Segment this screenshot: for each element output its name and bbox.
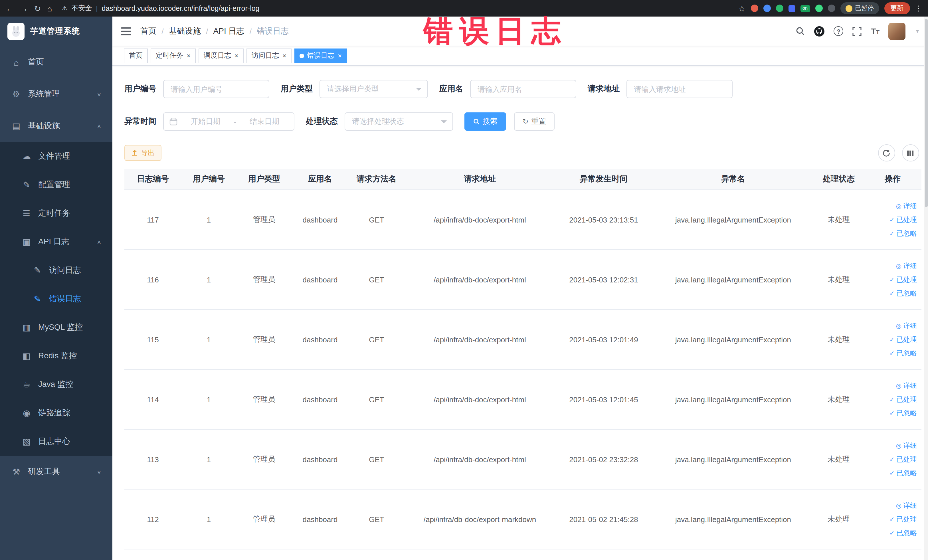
eye-icon: ◎ [896, 442, 902, 449]
sidebar-item-log-center[interactable]: ▧ 日志中心 [0, 427, 112, 456]
check-icon: ✓ [890, 276, 894, 283]
mark-ignored-link[interactable]: ✓ 已忽略 [890, 348, 917, 358]
tab-home[interactable]: 首页 [124, 48, 148, 63]
back-icon[interactable]: ← [6, 4, 14, 12]
user-type-select[interactable]: 请选择用户类型 [319, 80, 428, 98]
sidebar-item-dev-tools[interactable]: ⚒ 研发工具 ∨ [0, 456, 112, 488]
close-icon[interactable]: × [338, 52, 342, 59]
sidebar-item-access-log[interactable]: ✎ 访问日志 [0, 256, 112, 285]
detail-link[interactable]: ◎ 详细 [896, 321, 917, 331]
breadcrumb-item[interactable]: API 日志 [214, 26, 244, 36]
detail-link[interactable]: ◎ 详细 [896, 261, 917, 271]
tab-access-log[interactable]: 访问日志 × [246, 48, 292, 63]
action-label: 详细 [903, 201, 917, 211]
search-button[interactable]: 搜索 [464, 112, 506, 131]
font-size-icon[interactable]: TT [871, 26, 879, 36]
address-bar[interactable]: ⚠ 不安全 | dashboard.yudao.iocoder.cn/infra… [62, 3, 259, 13]
mark-ignored-link[interactable]: ✓ 已忽略 [890, 528, 917, 538]
refresh-button[interactable] [878, 144, 895, 162]
mark-processed-link[interactable]: ✓ 已处理 [890, 335, 917, 344]
app-logo: 芋道管理系统 [0, 17, 112, 46]
mark-ignored-link[interactable]: ✓ 已忽略 [890, 408, 917, 418]
mark-processed-link[interactable]: ✓ 已处理 [890, 215, 917, 224]
filter-exception-time: 异常时间 开始日期 - 结束日期 [124, 112, 295, 131]
request-url-input[interactable] [626, 80, 733, 98]
search-icon[interactable] [795, 26, 805, 36]
extension-icon[interactable] [776, 5, 783, 12]
detail-link[interactable]: ◎ 详细 [896, 441, 917, 450]
github-icon[interactable] [814, 26, 824, 36]
forward-icon[interactable]: → [20, 4, 28, 12]
sidebar-item-label: MySQL 监控 [38, 322, 83, 333]
extension-on-badge[interactable]: on [800, 5, 810, 12]
detail-link[interactable]: ◎ 详细 [896, 381, 917, 391]
detail-link[interactable]: ◎ 详细 [896, 500, 917, 510]
filter-label: 应用名 [439, 84, 463, 94]
column-settings-button[interactable] [902, 144, 919, 162]
page-scrollbar[interactable] [924, 17, 928, 560]
reset-button[interactable]: ↻ 重置 [514, 112, 554, 131]
sidebar-item-system-mgmt[interactable]: ⚙ 系统管理 ∨ [0, 78, 112, 110]
navbar-actions: ? TT ▾ [795, 23, 919, 40]
close-icon[interactable]: × [282, 52, 286, 59]
mark-processed-link[interactable]: ✓ 已处理 [890, 275, 917, 284]
fullscreen-icon[interactable] [852, 26, 862, 36]
tab-schedule-log[interactable]: 调度日志 × [198, 48, 244, 63]
sidebar-item-config-mgmt[interactable]: ✎ 配置管理 [0, 171, 112, 199]
action-label: 已忽略 [896, 408, 917, 418]
extension-icon[interactable] [751, 5, 758, 12]
mark-ignored-link[interactable]: ✓ 已忽略 [890, 229, 917, 238]
app-name-input[interactable] [470, 80, 576, 98]
sidebar-item-error-log[interactable]: ✎ 错误日志 [0, 285, 112, 313]
sidebar-item-infrastructure[interactable]: ▤ 基础设施 ∧ [0, 110, 112, 142]
cell-log-id: 114 [124, 395, 182, 404]
sidebar-item-redis-monitor[interactable]: ◧ Redis 监控 [0, 342, 112, 370]
mark-processed-link[interactable]: ✓ 已处理 [890, 395, 917, 404]
sidebar-item-label: 文件管理 [38, 151, 70, 162]
sidebar-item-mysql-monitor[interactable]: ▥ MySQL 监控 [0, 313, 112, 342]
sidebar-toggle-icon[interactable] [121, 26, 131, 36]
eye-icon: ◎ [896, 262, 902, 270]
scrollbar-thumb[interactable] [925, 19, 927, 207]
export-button[interactable]: 导出 [124, 145, 162, 161]
sidebar-item-label: 链路追踪 [38, 408, 70, 418]
mark-ignored-link[interactable]: ✓ 已忽略 [890, 288, 917, 298]
breadcrumb-item[interactable]: 首页 [140, 26, 156, 36]
date-range-picker[interactable]: 开始日期 - 结束日期 [163, 112, 295, 131]
sidebar-item-scheduled-tasks[interactable]: ☰ 定时任务 [0, 199, 112, 227]
sidebar-item-file-mgmt[interactable]: ☁ 文件管理 [0, 142, 112, 171]
paused-badge[interactable]: 已暂停 [840, 2, 879, 14]
caret-down-icon[interactable]: ▾ [916, 28, 919, 34]
help-icon[interactable]: ? [833, 26, 843, 36]
extension-icon[interactable] [815, 5, 823, 12]
url-text[interactable]: dashboard.yudao.iocoder.cn/infra/log/api… [102, 4, 259, 12]
action-label: 已忽略 [896, 468, 917, 478]
detail-link[interactable]: ◎ 详细 [896, 201, 917, 211]
sidebar-item-dashboard[interactable]: ⌂ 首页 [0, 46, 112, 78]
extension-icon[interactable] [763, 5, 771, 12]
home-icon[interactable]: ⌂ [47, 4, 52, 12]
mark-ignored-link[interactable]: ✓ 已忽略 [890, 468, 917, 478]
sidebar-item-api-logs[interactable]: ▣ API 日志 ∧ [0, 227, 112, 256]
sidebar-item-tracing[interactable]: ◉ 链路追踪 [0, 399, 112, 427]
extension-icon[interactable] [827, 5, 835, 12]
extension-icon[interactable] [788, 5, 795, 12]
tab-scheduled-tasks[interactable]: 定时任务 × [151, 48, 196, 63]
cell-exception-name: java.lang.IllegalArgumentException [653, 335, 814, 344]
sidebar-item-java-monitor[interactable]: ☕ Java 监控 [0, 370, 112, 399]
browser-menu-icon[interactable]: ⋮ [915, 4, 922, 12]
process-status-select[interactable]: 请选择处理状态 [345, 112, 453, 131]
close-icon[interactable]: × [235, 52, 238, 59]
tab-error-log[interactable]: 错误日志 × [295, 48, 347, 63]
mark-processed-link[interactable]: ✓ 已处理 [890, 455, 917, 464]
mark-processed-link[interactable]: ✓ 已处理 [890, 514, 917, 524]
avatar[interactable] [888, 23, 906, 40]
breadcrumb-item[interactable]: 基础设施 [169, 26, 201, 36]
user-id-input[interactable] [163, 80, 269, 98]
security-label[interactable]: 不安全 [71, 3, 92, 13]
action-label: 已忽略 [896, 528, 917, 538]
update-button[interactable]: 更新 [884, 2, 910, 14]
bookmark-star-icon[interactable]: ☆ [738, 4, 745, 12]
close-icon[interactable]: × [186, 52, 191, 59]
reload-icon[interactable]: ↻ [34, 4, 41, 12]
